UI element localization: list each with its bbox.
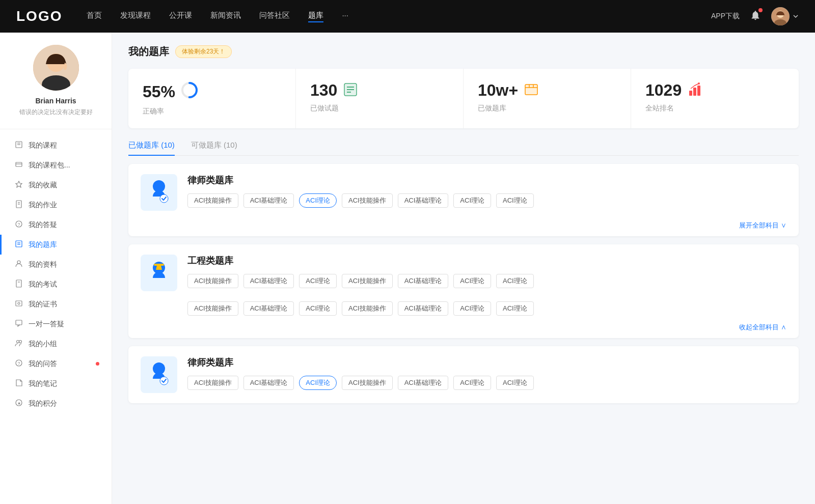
extra-tag-3[interactable]: ACI技能操作 — [342, 301, 393, 316]
menu-my-exam[interactable]: 我的考试 — [0, 274, 112, 294]
extra-tag-0[interactable]: ACI技能操作 — [187, 301, 238, 316]
stat-accuracy-value: 55% — [143, 82, 175, 101]
tag-2[interactable]: ACI理论 — [299, 193, 337, 208]
menu-label: 我的笔记 — [29, 379, 57, 388]
nav-open-course[interactable]: 公开课 — [169, 11, 192, 22]
tag-6[interactable]: ACI理论 — [496, 274, 534, 288]
tag-2[interactable]: ACI理论 — [299, 376, 337, 390]
svg-rect-46 — [693, 88, 696, 96]
tag-1[interactable]: ACI基础理论 — [243, 376, 294, 390]
menu-my-profile[interactable]: 我的资料 — [0, 255, 112, 274]
tag-4[interactable]: ACI基础理论 — [398, 193, 449, 208]
tab-available-banks[interactable]: 可做题库 (10) — [191, 141, 237, 155]
bank-card-icon — [141, 174, 177, 211]
menu-my-group[interactable]: 我的小组 — [0, 334, 112, 354]
qa-icon: ? — [14, 220, 23, 230]
rank-icon — [687, 81, 703, 100]
app-download-link[interactable]: APP下载 — [711, 12, 740, 21]
bank-icon — [14, 240, 23, 249]
logo: LOGO — [16, 8, 62, 24]
bank-card-header: 工程类题库 ACI技能操作 ACI基础理论 ACI理论 ACI技能操作 ACI基… — [128, 244, 799, 301]
tag-6[interactable]: ACI理论 — [496, 376, 534, 390]
menu-homework[interactable]: 我的作业 — [0, 195, 112, 215]
nav-qa[interactable]: 问答社区 — [259, 11, 290, 22]
tag-1[interactable]: ACI基础理论 — [243, 274, 294, 288]
menu-favorites[interactable]: 我的收藏 — [0, 175, 112, 195]
tags-row: ACI技能操作 ACI基础理论 ACI理论 ACI技能操作 ACI基础理论 AC… — [187, 274, 786, 288]
exam-icon — [14, 279, 23, 289]
main-content: 我的题库 体验剩余23天！ 55% 正确率 — [112, 33, 815, 504]
menu-label: 我的小组 — [29, 340, 57, 349]
menu-my-cert[interactable]: 我的证书 — [0, 294, 112, 314]
menu-my-qa[interactable]: ? 我的答疑 — [0, 215, 112, 235]
tag-1[interactable]: ACI基础理论 — [243, 193, 294, 208]
tag-4[interactable]: ACI基础理论 — [398, 376, 449, 390]
tag-3[interactable]: ACI技能操作 — [342, 376, 393, 390]
star-icon — [14, 180, 23, 190]
menu-my-bank[interactable]: 我的题库 — [0, 235, 112, 255]
svg-rect-40 — [525, 85, 537, 95]
tag-5[interactable]: ACI理论 — [453, 193, 491, 208]
questions-icon — [342, 81, 359, 100]
page-header: 我的题库 体验剩余23天！ — [128, 45, 799, 59]
svg-rect-25 — [16, 320, 22, 325]
bank-card-title: 律师类题库 — [187, 174, 786, 186]
stat-rank-label: 全站排名 — [645, 104, 784, 113]
tag-5[interactable]: ACI理论 — [453, 274, 491, 288]
extra-tag-1[interactable]: ACI基础理论 — [243, 301, 294, 316]
svg-point-26 — [17, 341, 19, 343]
nav-more[interactable]: ··· — [342, 11, 348, 22]
bank-card-title: 律师类题库 — [187, 356, 786, 369]
bank-card-body: 工程类题库 ACI技能操作 ACI基础理论 ACI理论 ACI技能操作 ACI基… — [187, 255, 786, 288]
profile-icon — [14, 260, 23, 269]
tag-6[interactable]: ACI理论 — [496, 193, 534, 208]
tag-5[interactable]: ACI理论 — [453, 376, 491, 390]
extra-tag-2[interactable]: ACI理论 — [299, 301, 337, 316]
stat-done-banks-label: 已做题库 — [478, 104, 616, 113]
extra-tag-6[interactable]: ACI理论 — [496, 301, 534, 316]
nav-home[interactable]: 首页 — [87, 11, 102, 22]
stat-done-banks: 10w+ 已做题库 — [464, 69, 631, 128]
stat-done-banks-value: 10w+ — [478, 81, 518, 100]
points-icon: ★ — [14, 399, 23, 408]
bank-card-engineering: 工程类题库 ACI技能操作 ACI基础理论 ACI理论 ACI技能操作 ACI基… — [128, 244, 799, 338]
menu-label: 我的问答 — [29, 359, 57, 369]
bank-card-collapse[interactable]: 收起全部科目 ∧ — [128, 323, 799, 338]
nav-bank[interactable]: 题库 — [308, 11, 323, 22]
nav-discover[interactable]: 发现课程 — [120, 11, 151, 22]
tag-0[interactable]: ACI技能操作 — [187, 193, 238, 208]
menu-one-on-one[interactable]: 一对一答疑 — [0, 314, 112, 334]
main-nav: 首页 发现课程 公开课 新闻资讯 问答社区 题库 ··· — [87, 11, 711, 22]
notification-dot — [758, 8, 763, 12]
menu-my-courses[interactable]: 我的课程 — [0, 135, 112, 155]
tag-4[interactable]: ACI基础理论 — [398, 274, 449, 288]
extra-tag-5[interactable]: ACI理论 — [453, 301, 491, 316]
user-avatar-wrapper[interactable] — [771, 7, 799, 25]
menu-label: 我的考试 — [29, 280, 57, 289]
tag-3[interactable]: ACI技能操作 — [342, 274, 393, 288]
bank-card-expand[interactable]: 展开全部科目 ∨ — [128, 221, 799, 236]
tag-3[interactable]: ACI技能操作 — [342, 193, 393, 208]
svg-point-54 — [160, 377, 168, 385]
svg-rect-21 — [16, 280, 21, 287]
stat-accuracy: 55% 正确率 — [128, 69, 296, 128]
menu-course-package[interactable]: 我的课程包... — [0, 155, 112, 175]
chat-icon — [14, 319, 23, 329]
tag-0[interactable]: ACI技能操作 — [187, 376, 238, 390]
tab-done-banks[interactable]: 已做题库 (10) — [128, 141, 175, 155]
sidebar-menu: 我的课程 我的课程包... 我的收藏 我的作业 — [0, 129, 112, 419]
notification-bell[interactable] — [750, 10, 761, 23]
header-right: APP下载 — [711, 7, 799, 25]
extra-tag-4[interactable]: ACI基础理论 — [398, 301, 449, 316]
bank-card-lawyer-2: 律师类题库 ACI技能操作 ACI基础理论 ACI理论 ACI技能操作 ACI基… — [128, 346, 799, 403]
menu-my-points[interactable]: ★ 我的积分 — [0, 394, 112, 413]
tag-2[interactable]: ACI理论 — [299, 274, 337, 288]
stat-done-questions-value: 130 — [310, 81, 337, 100]
svg-rect-47 — [697, 86, 700, 96]
menu-my-questions[interactable]: ? 我的问答 — [0, 354, 112, 374]
nav-news[interactable]: 新闻资讯 — [210, 11, 241, 22]
menu-my-notes[interactable]: 我的笔记 — [0, 374, 112, 394]
tag-0[interactable]: ACI技能操作 — [187, 274, 238, 288]
stat-done-questions: 130 已做试题 — [296, 69, 464, 128]
banks-icon — [523, 81, 539, 100]
